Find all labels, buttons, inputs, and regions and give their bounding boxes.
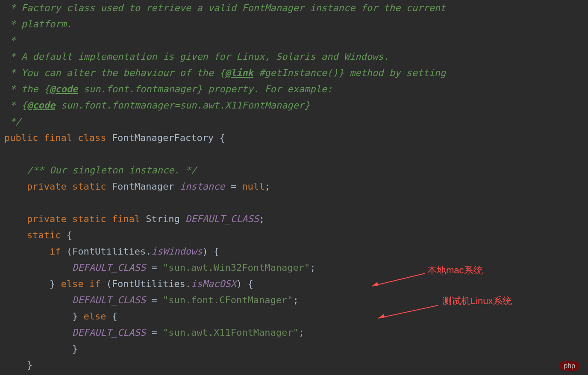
code-line: DEFAULT_CLASS = "sun.awt.X11FontManager"…: [4, 325, 584, 341]
code-line: public final class FontManagerFactory {: [4, 130, 584, 146]
watermark-logo: php: [559, 361, 579, 371]
code-line: /** Our singleton instance. */: [4, 162, 584, 179]
code-line: * the {@code sun.font.fontmanager} prope…: [4, 81, 584, 97]
svg-marker-3: [378, 314, 385, 318]
code-line: * platform.: [4, 16, 584, 32]
code-line: [4, 146, 584, 162]
svg-line-0: [372, 273, 425, 286]
code-line: * You can alter the behaviour of the {@l…: [4, 65, 584, 81]
code-line: private static FontManager instance = nu…: [4, 179, 584, 195]
code-line: * {@code sun.font.fontmanager=sun.awt.X1…: [4, 97, 584, 114]
arrow-linux: [372, 303, 440, 320]
svg-marker-1: [372, 282, 378, 286]
code-line: }: [4, 357, 584, 373]
code-line: DEFAULT_CLASS = "sun.awt.Win32FontManage…: [4, 260, 584, 276]
code-line: }: [4, 341, 584, 357]
code-line: } else {: [4, 308, 584, 325]
annotation-mac-label: 本地mac系统: [427, 264, 483, 277]
code-line: } else if (FontUtilities.isMacOSX) {: [4, 276, 584, 292]
code-line: * A default implementation is given for …: [4, 49, 584, 65]
code-line: *: [4, 32, 584, 49]
code-line: */: [4, 114, 584, 130]
code-line: private static final String DEFAULT_CLAS…: [4, 211, 584, 227]
code-editor[interactable]: * Factory class used to retrieve a valid…: [4, 0, 584, 373]
svg-line-2: [378, 305, 438, 318]
code-line: if (FontUtilities.isWindows) {: [4, 243, 584, 260]
annotation-linux-label: 测试机Linux系统: [442, 295, 512, 308]
code-line: static {: [4, 227, 584, 243]
arrow-mac: [365, 271, 427, 288]
code-line: * Factory class used to retrieve a valid…: [4, 0, 584, 16]
code-line: [4, 195, 584, 211]
